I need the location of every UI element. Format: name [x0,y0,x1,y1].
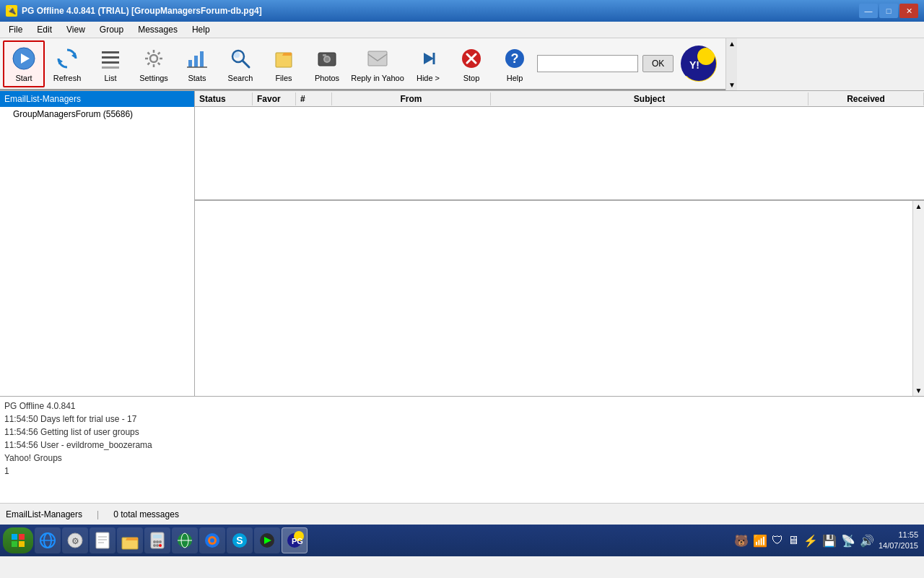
toolbar-stop-button[interactable]: Stop [450,40,492,87]
log-line-1: 11:54:56 Getting list of user groups [4,426,920,439]
menu-file[interactable]: File [3,23,28,36]
taskbar-ie[interactable] [35,527,61,553]
log-line-3: Yahoo! Groups [4,452,920,465]
list-label: List [104,74,116,82]
toolbar-start-button[interactable]: Start [3,40,45,87]
col-status: Status [195,92,253,105]
tray-icon-power[interactable]: ⚡ [803,534,818,548]
svg-rect-11 [200,51,204,67]
tray-icon-storage[interactable]: 💾 [822,534,837,548]
preview-wrapper: ▲ ▼ [195,201,924,396]
preview-scroll-down[interactable]: ▼ [915,387,923,394]
sidebar-item-emaillist[interactable]: EmailList-Managers [0,91,194,107]
svg-text:S: S [236,535,243,546]
minimize-button[interactable]: — [859,4,878,18]
sidebar-item-groupmanagersforum[interactable]: GroupManagersForum (55686) [0,107,194,121]
files-label: Files [275,74,292,82]
taskbar-explorer[interactable] [117,527,143,553]
taskbar-notepad[interactable] [90,527,116,553]
tray-icon-security[interactable]: 🛡 [772,534,783,547]
log-line-0: 11:54:50 Days left for trial use - 17 [4,413,920,426]
table-header: Status Favor # From Subject Received [195,91,924,107]
svg-text:PG: PG [292,537,303,545]
search-label: Search [228,74,253,82]
taskbar-tray: 🐻 📶 🛡 🖥 ⚡ 💾 📡 🔊 11:55 14/07/2015 [734,530,921,552]
photos-label: Photos [315,74,339,82]
taskbar-firefox[interactable] [199,527,225,553]
tray-icon-volume[interactable]: 🔊 [860,534,874,548]
menu-help[interactable]: Help [186,23,216,36]
scroll-up-arrow[interactable]: ▲ [728,40,736,48]
titlebar-controls: — □ ✕ [859,4,918,18]
svg-rect-41 [96,532,109,548]
scroll-down-arrow[interactable]: ▼ [728,81,736,89]
svg-rect-5 [102,56,119,59]
sidebar: EmailList-Managers GroupManagersForum (5… [0,91,195,396]
files-icon [271,46,297,72]
menu-edit[interactable]: Edit [31,23,58,36]
toolbar-scrollbar[interactable]: ▲ ▼ [725,38,737,90]
tray-icon-wave[interactable]: 📶 [753,534,767,548]
reply-icon [365,46,391,72]
preview-scrollbar[interactable]: ▲ ▼ [912,201,924,396]
menu-view[interactable]: View [61,23,91,36]
toolbar-search-button[interactable]: Search [219,40,261,87]
system-clock[interactable]: 11:55 14/07/2015 [879,530,918,552]
sidebar-group-label: EmailList-Managers [4,94,81,104]
svg-rect-4 [102,51,119,53]
window-title: PG Offline 4.0.841 (TRIAL) [GroupManager… [22,6,262,16]
log-appname: PG Offline 4.0.841 [4,400,920,413]
search-input[interactable] [537,55,638,72]
list-icon [97,46,123,72]
statusbar: EmailList-Managers | 0 total messages [0,503,924,525]
help-label: Help [507,74,523,82]
svg-rect-6 [102,61,119,64]
maximize-button[interactable]: □ [879,4,898,18]
tray-icon-signal[interactable]: 📡 [841,534,855,548]
taskbar-pgoffline[interactable]: PG [282,527,308,553]
tray-icon-network2[interactable]: 🖥 [788,534,799,547]
toolbar-stats-button[interactable]: Stats [176,40,218,87]
toolbar-reply-button[interactable]: Reply in Yahoo [349,40,406,87]
toolbar-wrapper: Start Refresh [0,38,924,91]
svg-point-53 [159,544,162,547]
svg-line-14 [243,61,249,67]
taskbar-network[interactable] [172,527,198,553]
svg-rect-47 [153,535,162,538]
svg-text:?: ? [511,51,519,66]
preview-scroll-up[interactable]: ▲ [915,202,923,210]
toolbar-settings-button[interactable]: Settings [133,40,175,87]
start-label: Start [15,74,32,82]
main-layout: EmailList-Managers GroupManagersForum (5… [0,91,924,525]
hide-label: Hide > [417,74,440,82]
message-list[interactable] [195,107,924,201]
app-icon: 🔌 [6,5,17,17]
toolbar-help-button[interactable]: ? Help [494,40,536,87]
close-button[interactable]: ✕ [899,4,918,18]
taskbar-calculator[interactable] [144,527,170,553]
menu-messages[interactable]: Messages [132,23,183,36]
taskbar-winamp[interactable] [254,527,280,553]
toolbar-refresh-button[interactable]: Refresh [46,40,88,87]
taskbar-filemanager[interactable]: ⚙ [62,527,88,553]
col-favor: Favor [253,92,296,105]
svg-point-30 [697,48,715,65]
photos-icon [314,46,340,72]
tray-icon-bear[interactable]: 🐻 [734,534,749,548]
log-line-2: 11:54:56 User - evildrome_boozerama [4,439,920,452]
svg-rect-9 [188,60,192,67]
settings-icon [141,46,167,72]
taskbar-start-button[interactable] [3,527,33,553]
svg-rect-35 [19,541,25,547]
toolbar-files-button[interactable]: Files [263,40,305,87]
stop-icon [458,46,484,72]
start-icon [11,46,37,72]
toolbar-hide-button[interactable]: Hide > [407,40,449,87]
menu-group[interactable]: Group [94,23,129,36]
ok-button[interactable]: OK [642,55,674,72]
toolbar-photos-button[interactable]: Photos [306,40,348,87]
taskbar-skype[interactable]: S [227,527,253,553]
svg-point-51 [153,544,156,547]
svg-point-50 [159,540,162,543]
toolbar-list-button[interactable]: List [90,40,131,87]
